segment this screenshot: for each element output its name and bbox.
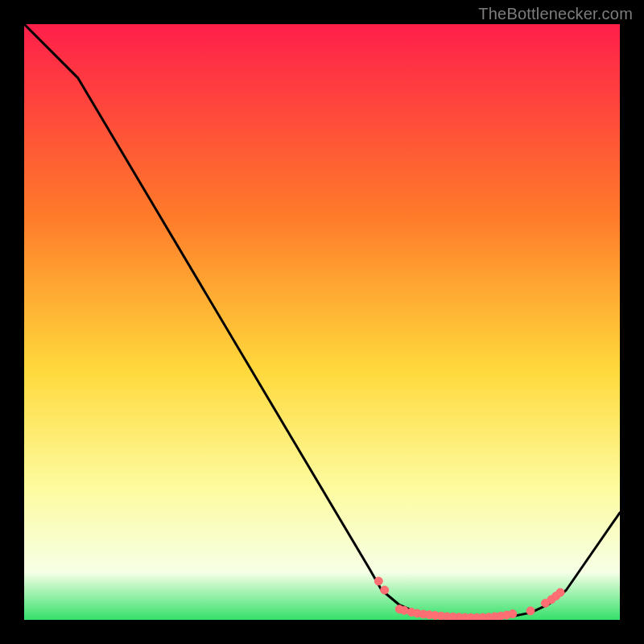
attribution-text: TheBottlenecker.com [478, 5, 633, 23]
chart-stage: TheBottlenecker.com [0, 0, 644, 644]
chart-svg [24, 24, 620, 620]
data-marker [509, 610, 517, 618]
data-marker [526, 607, 535, 615]
data-marker [556, 588, 564, 597]
data-marker [400, 606, 408, 614]
data-marker [374, 577, 382, 585]
gradient-background [24, 24, 620, 620]
chart-plot [24, 24, 620, 620]
data-marker [381, 586, 389, 594]
